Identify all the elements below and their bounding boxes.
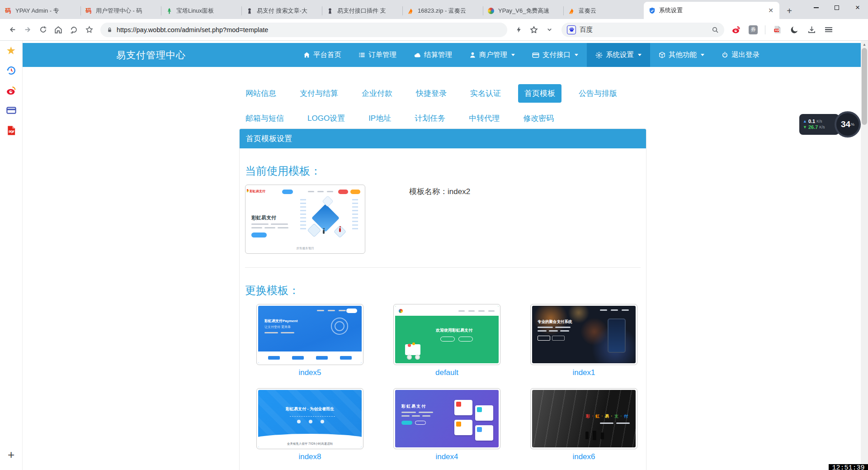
search-icon[interactable] (712, 26, 719, 33)
nav-item-list[interactable]: 订单管理 (350, 43, 405, 67)
nav-item-gear[interactable]: 系统设置 (587, 43, 650, 67)
address-bar[interactable]: https://pay.wobbt.com/admin/set.php?mod=… (100, 23, 507, 37)
scrollbar-thumb[interactable] (862, 48, 867, 125)
nav-item-home[interactable]: 平台首页 (295, 43, 350, 67)
browser-tab[interactable]: YPay_V6_免费高速 (483, 3, 563, 19)
scroll-up-arrow[interactable]: ▲ (861, 41, 868, 48)
template-card[interactable]: 彩虹易支付Payment让支付变得 更简单 (256, 304, 363, 365)
browser-menu-icon[interactable] (823, 24, 834, 35)
settings-tab[interactable]: 支付与结算 (293, 84, 344, 103)
ma-favicon: 码 (5, 7, 11, 15)
page-star-button[interactable] (526, 22, 542, 38)
settings-tab[interactable]: 邮箱与短信 (239, 109, 290, 128)
template-card[interactable]: 欢迎使用彩虹易支付 (393, 304, 500, 365)
yipay-favicon (327, 8, 333, 14)
network-speed-widget[interactable]: ▲0.1K/s ▼26.7K/s (799, 114, 839, 135)
card-rail-icon[interactable] (0, 100, 22, 120)
card-icon (532, 52, 539, 59)
nav-item-label: 结算管理 (424, 50, 452, 60)
nav-item-card[interactable]: 支付接口 (524, 43, 587, 67)
extensions-row: 券 (731, 24, 834, 35)
minimize-button[interactable] (806, 0, 826, 15)
bookmark-star-button[interactable] (81, 22, 97, 38)
dark-mode-moon-icon[interactable] (789, 24, 800, 35)
settings-tab[interactable]: IP地址 (362, 109, 397, 128)
template-label[interactable]: index5 (256, 368, 363, 377)
template-label[interactable]: index4 (393, 452, 500, 461)
template-card[interactable]: 彩虹易支付 - 为创业者而生全天候无人值守 7X24小时高速运转 (256, 388, 363, 449)
baidu-icon (567, 25, 576, 34)
template-cell: 彩虹易支付 - 为创业者而生全天候无人值守 7X24小时高速运转index8 (256, 388, 363, 461)
site-navbar: 易支付管理中心 平台首页订单管理结算管理商户管理支付接口系统设置其他功能退出登录 (22, 43, 861, 67)
scrollbar[interactable]: ▲ ▼ (861, 41, 868, 470)
browser-tab[interactable]: 码用户管理中心 - 码 (80, 3, 161, 19)
weibo-rail-icon[interactable] (0, 81, 22, 100)
pagoda-favicon (166, 8, 173, 14)
clock-overlay: 12:51:39 (829, 464, 868, 470)
nav-item-cube[interactable]: 其他功能 (650, 43, 713, 67)
reload-button[interactable] (35, 22, 51, 38)
home-button[interactable] (51, 22, 66, 38)
browser-tab[interactable]: 宝塔Linux面板 (161, 3, 241, 19)
settings-tab[interactable]: 实名认证 (464, 84, 507, 103)
template-card[interactable]: 专业的聚合支付系统 (530, 304, 637, 365)
pdf-extension-icon[interactable] (772, 24, 783, 35)
browser-tab[interactable]: 易支付接口插件 支 (322, 3, 402, 19)
cube-icon (659, 52, 665, 58)
nav-item-user[interactable]: 商户管理 (461, 43, 524, 67)
settings-tab[interactable]: 快捷登录 (410, 84, 453, 103)
memory-usage-widget[interactable]: 34% (835, 111, 861, 138)
settings-tab[interactable]: LOGO设置 (301, 109, 351, 128)
settings-tab[interactable]: 首页模板 (518, 84, 561, 103)
chevron-down-icon[interactable] (542, 22, 557, 38)
restore-history-button[interactable] (66, 22, 81, 38)
nav-item-cloud[interactable]: 结算管理 (405, 43, 461, 67)
favorites-star-icon[interactable]: ★ (0, 41, 22, 61)
template-card[interactable]: 彩虹易支付 (393, 388, 500, 449)
settings-tab[interactable]: 企业付款 (355, 84, 399, 103)
nav-item-label: 支付接口 (542, 50, 571, 60)
lanzou-favicon (407, 8, 414, 14)
back-button[interactable] (5, 22, 20, 38)
settings-tab[interactable]: 计划任务 (408, 109, 452, 128)
download-icon[interactable] (806, 24, 817, 35)
settings-tab[interactable]: 公告与排版 (572, 84, 623, 103)
template-label[interactable]: default (393, 368, 500, 377)
settings-tab[interactable]: 网站信息 (239, 84, 283, 103)
template-card[interactable]: 彩 · 虹 · 易 · 支 · 付 (530, 388, 637, 449)
lightning-icon[interactable] (511, 22, 526, 38)
quick-search-box[interactable]: 百度 (561, 23, 724, 37)
settings-tab[interactable]: 中转代理 (462, 109, 506, 128)
tab-title: 易支付接口插件 支 (337, 7, 398, 15)
gear-icon (595, 52, 603, 59)
history-icon[interactable] (0, 61, 22, 81)
rail-add-icon[interactable]: + (0, 448, 22, 462)
browser-toolbar: https://pay.wobbt.com/admin/set.php?mod=… (0, 19, 868, 41)
site-brand: 易支付管理中心 (116, 43, 186, 67)
user-icon (469, 52, 476, 58)
window-close-button[interactable]: × (847, 0, 868, 15)
pdf-rail-icon[interactable] (0, 120, 22, 140)
browser-tab[interactable]: 码YPAY Admin - 专 (0, 3, 80, 19)
download-arrow-icon: ▼ (803, 124, 807, 130)
bookmark-side-rail: ★ + (0, 41, 23, 470)
tab-close-icon[interactable]: ✕ (767, 6, 775, 14)
nav-item-power[interactable]: 退出登录 (713, 43, 768, 67)
coupon-extension-icon[interactable]: 券 (748, 24, 759, 35)
template-label[interactable]: index8 (256, 452, 363, 461)
browser-tab[interactable]: 16823.zip - 蓝奏云 (402, 3, 483, 19)
browser-tab[interactable]: 蓝奏云 (563, 3, 644, 19)
template-cell: 欢迎使用彩虹易支付default (393, 304, 500, 377)
search-engine-label: 百度 (580, 25, 712, 34)
settings-tab[interactable]: 修改密码 (517, 109, 560, 128)
weibo-extension-icon[interactable] (731, 24, 741, 35)
forward-button[interactable] (20, 22, 35, 38)
template-label[interactable]: index6 (530, 452, 637, 461)
ypay-favicon (488, 8, 494, 14)
browser-tab[interactable]: 易支付 搜索文章-大 (241, 3, 322, 19)
new-tab-button[interactable]: + (783, 5, 796, 17)
nav-item-label: 订单管理 (368, 50, 396, 60)
maximize-button[interactable] (826, 0, 847, 15)
template-label[interactable]: index1 (530, 368, 637, 377)
browser-tab[interactable]: 系统设置✕ (644, 2, 779, 19)
